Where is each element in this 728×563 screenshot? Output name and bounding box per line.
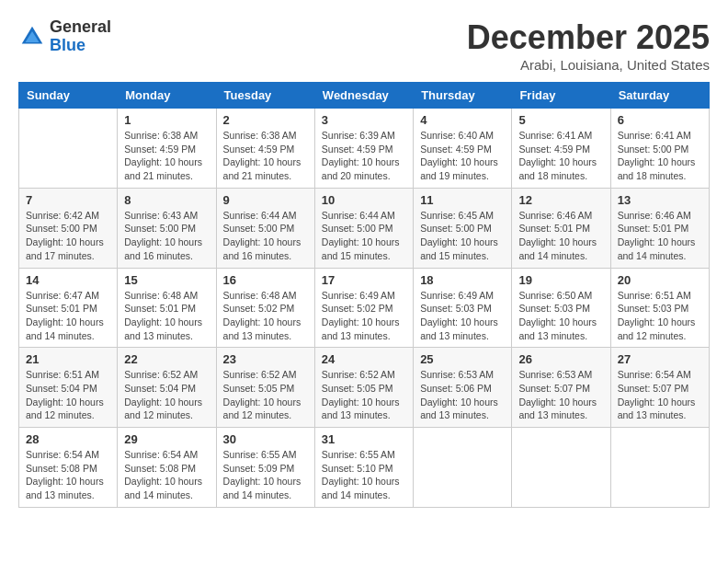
day-cell: 27Sunrise: 6:54 AM Sunset: 5:07 PM Dayli… <box>610 348 709 428</box>
day-number: 19 <box>518 273 603 287</box>
day-cell: 19Sunrise: 6:50 AM Sunset: 5:03 PM Dayli… <box>512 268 610 348</box>
day-info: Sunrise: 6:50 AM Sunset: 5:03 PM Dayligh… <box>518 289 603 343</box>
day-info: Sunrise: 6:48 AM Sunset: 5:02 PM Dayligh… <box>223 289 308 343</box>
day-cell: 10Sunrise: 6:44 AM Sunset: 5:00 PM Dayli… <box>314 188 413 268</box>
day-number: 25 <box>420 352 505 366</box>
header-cell-wednesday: Wednesday <box>314 83 413 109</box>
day-number: 11 <box>420 193 505 207</box>
header: General Blue December 2025 Arabi, Louisi… <box>18 18 710 73</box>
day-cell: 25Sunrise: 6:53 AM Sunset: 5:06 PM Dayli… <box>414 348 512 428</box>
day-number: 20 <box>618 273 702 287</box>
day-info: Sunrise: 6:41 AM Sunset: 4:59 PM Dayligh… <box>518 129 603 183</box>
day-info: Sunrise: 6:44 AM Sunset: 5:00 PM Dayligh… <box>223 209 308 263</box>
day-number: 5 <box>518 113 603 127</box>
day-cell: 30Sunrise: 6:55 AM Sunset: 5:09 PM Dayli… <box>216 428 314 508</box>
week-row-2: 7Sunrise: 6:42 AM Sunset: 5:00 PM Daylig… <box>19 188 710 268</box>
header-cell-saturday: Saturday <box>610 83 709 109</box>
day-cell: 2Sunrise: 6:38 AM Sunset: 4:59 PM Daylig… <box>216 109 314 189</box>
day-cell: 16Sunrise: 6:48 AM Sunset: 5:02 PM Dayli… <box>216 268 314 348</box>
day-cell: 22Sunrise: 6:52 AM Sunset: 5:04 PM Dayli… <box>118 348 216 428</box>
calendar-header: SundayMondayTuesdayWednesdayThursdayFrid… <box>19 83 710 109</box>
day-info: Sunrise: 6:54 AM Sunset: 5:08 PM Dayligh… <box>124 448 209 502</box>
day-cell: 11Sunrise: 6:45 AM Sunset: 5:00 PM Dayli… <box>414 188 512 268</box>
day-number: 15 <box>124 273 209 287</box>
day-info: Sunrise: 6:55 AM Sunset: 5:09 PM Dayligh… <box>223 448 308 502</box>
day-number: 30 <box>223 432 308 446</box>
day-info: Sunrise: 6:38 AM Sunset: 4:59 PM Dayligh… <box>223 129 308 183</box>
day-cell: 4Sunrise: 6:40 AM Sunset: 4:59 PM Daylig… <box>414 109 512 189</box>
day-cell: 1Sunrise: 6:38 AM Sunset: 4:59 PM Daylig… <box>118 109 216 189</box>
day-number: 13 <box>618 193 702 207</box>
day-number: 29 <box>124 432 209 446</box>
day-cell: 9Sunrise: 6:44 AM Sunset: 5:00 PM Daylig… <box>216 188 314 268</box>
day-info: Sunrise: 6:41 AM Sunset: 5:00 PM Dayligh… <box>618 129 702 183</box>
day-number: 3 <box>322 113 406 127</box>
day-number: 21 <box>26 352 110 366</box>
day-number: 4 <box>420 113 505 127</box>
day-cell: 18Sunrise: 6:49 AM Sunset: 5:03 PM Dayli… <box>414 268 512 348</box>
header-cell-friday: Friday <box>512 83 610 109</box>
day-info: Sunrise: 6:54 AM Sunset: 5:07 PM Dayligh… <box>618 368 702 422</box>
calendar-body: 1Sunrise: 6:38 AM Sunset: 4:59 PM Daylig… <box>19 109 710 508</box>
day-number: 2 <box>223 113 308 127</box>
day-number: 31 <box>322 432 406 446</box>
day-info: Sunrise: 6:52 AM Sunset: 5:05 PM Dayligh… <box>223 368 308 422</box>
day-cell <box>610 428 709 508</box>
day-info: Sunrise: 6:39 AM Sunset: 4:59 PM Dayligh… <box>322 129 406 183</box>
day-number: 1 <box>124 113 209 127</box>
week-row-4: 21Sunrise: 6:51 AM Sunset: 5:04 PM Dayli… <box>19 348 710 428</box>
day-info: Sunrise: 6:44 AM Sunset: 5:00 PM Dayligh… <box>322 209 406 263</box>
day-cell: 24Sunrise: 6:52 AM Sunset: 5:05 PM Dayli… <box>314 348 413 428</box>
header-row: SundayMondayTuesdayWednesdayThursdayFrid… <box>19 83 710 109</box>
week-row-1: 1Sunrise: 6:38 AM Sunset: 4:59 PM Daylig… <box>19 109 710 189</box>
day-info: Sunrise: 6:48 AM Sunset: 5:01 PM Dayligh… <box>124 289 209 343</box>
day-info: Sunrise: 6:38 AM Sunset: 4:59 PM Dayligh… <box>124 129 209 183</box>
day-info: Sunrise: 6:53 AM Sunset: 5:07 PM Dayligh… <box>518 368 603 422</box>
day-cell: 21Sunrise: 6:51 AM Sunset: 5:04 PM Dayli… <box>19 348 118 428</box>
day-cell: 23Sunrise: 6:52 AM Sunset: 5:05 PM Dayli… <box>216 348 314 428</box>
day-number: 23 <box>223 352 308 366</box>
day-cell <box>414 428 512 508</box>
day-number: 12 <box>518 193 603 207</box>
day-info: Sunrise: 6:55 AM Sunset: 5:10 PM Dayligh… <box>322 448 406 502</box>
logo-text: General Blue <box>50 18 111 55</box>
month-title: December 2025 <box>467 18 710 57</box>
header-cell-thursday: Thursday <box>414 83 512 109</box>
day-info: Sunrise: 6:53 AM Sunset: 5:06 PM Dayligh… <box>420 368 505 422</box>
day-number: 26 <box>518 352 603 366</box>
day-info: Sunrise: 6:51 AM Sunset: 5:03 PM Dayligh… <box>618 289 702 343</box>
day-number: 6 <box>618 113 702 127</box>
header-cell-sunday: Sunday <box>19 83 118 109</box>
day-info: Sunrise: 6:46 AM Sunset: 5:01 PM Dayligh… <box>618 209 702 263</box>
title-area: December 2025 Arabi, Louisiana, United S… <box>467 18 710 73</box>
day-info: Sunrise: 6:40 AM Sunset: 4:59 PM Dayligh… <box>420 129 505 183</box>
day-number: 17 <box>322 273 406 287</box>
logo-blue: Blue <box>50 37 111 55</box>
day-number: 18 <box>420 273 505 287</box>
day-info: Sunrise: 6:54 AM Sunset: 5:08 PM Dayligh… <box>26 448 110 502</box>
day-cell: 6Sunrise: 6:41 AM Sunset: 5:00 PM Daylig… <box>610 109 709 189</box>
day-cell: 12Sunrise: 6:46 AM Sunset: 5:01 PM Dayli… <box>512 188 610 268</box>
header-cell-tuesday: Tuesday <box>216 83 314 109</box>
day-info: Sunrise: 6:42 AM Sunset: 5:00 PM Dayligh… <box>26 209 110 263</box>
day-info: Sunrise: 6:43 AM Sunset: 5:00 PM Dayligh… <box>124 209 209 263</box>
day-cell: 14Sunrise: 6:47 AM Sunset: 5:01 PM Dayli… <box>19 268 118 348</box>
day-number: 7 <box>26 193 110 207</box>
day-info: Sunrise: 6:47 AM Sunset: 5:01 PM Dayligh… <box>26 289 110 343</box>
day-number: 28 <box>26 432 110 446</box>
day-number: 8 <box>124 193 209 207</box>
day-info: Sunrise: 6:45 AM Sunset: 5:00 PM Dayligh… <box>420 209 505 263</box>
day-info: Sunrise: 6:51 AM Sunset: 5:04 PM Dayligh… <box>26 368 110 422</box>
logo-icon <box>18 23 46 51</box>
day-cell: 13Sunrise: 6:46 AM Sunset: 5:01 PM Dayli… <box>610 188 709 268</box>
day-cell: 17Sunrise: 6:49 AM Sunset: 5:02 PM Dayli… <box>314 268 413 348</box>
day-cell: 7Sunrise: 6:42 AM Sunset: 5:00 PM Daylig… <box>19 188 118 268</box>
day-info: Sunrise: 6:52 AM Sunset: 5:04 PM Dayligh… <box>124 368 209 422</box>
day-info: Sunrise: 6:52 AM Sunset: 5:05 PM Dayligh… <box>322 368 406 422</box>
day-cell: 3Sunrise: 6:39 AM Sunset: 4:59 PM Daylig… <box>314 109 413 189</box>
location-subtitle: Arabi, Louisiana, United States <box>467 57 710 73</box>
day-info: Sunrise: 6:49 AM Sunset: 5:02 PM Dayligh… <box>322 289 406 343</box>
week-row-5: 28Sunrise: 6:54 AM Sunset: 5:08 PM Dayli… <box>19 428 710 508</box>
logo: General Blue <box>18 18 111 55</box>
day-number: 10 <box>322 193 406 207</box>
